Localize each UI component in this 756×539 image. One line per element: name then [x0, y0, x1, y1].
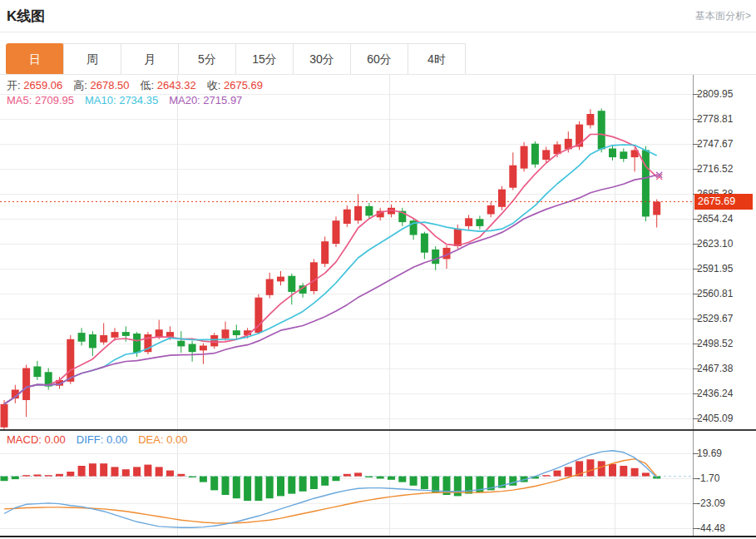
tab-period-3[interactable]: 5分 — [178, 43, 236, 75]
axis-tick-label: 2436.24 — [697, 388, 733, 400]
axis-tick-label: -1.70 — [697, 472, 719, 485]
legend-value: 2715.97 — [203, 94, 242, 106]
legend-value: 0.00 — [106, 433, 127, 446]
axis-tick-label: 2778.81 — [697, 113, 733, 126]
macd-legend: MACD: 0.00DIFF: 0.00DEA: 0.00 — [7, 433, 199, 446]
axis-tick-label: 2623.10 — [697, 238, 733, 250]
legend-value: 2675.69 — [224, 79, 263, 91]
axis-tick-label: 2654.24 — [697, 213, 733, 225]
tab-period-1[interactable]: 周 — [63, 43, 121, 75]
ohlc-readout: 开: 2659.06高: 2678.50低: 2643.32收: 2675.69 — [7, 78, 274, 93]
legend-label: MA10: — [85, 94, 119, 106]
axis-tick-label: -44.48 — [697, 522, 725, 535]
legend-value: 2678.50 — [90, 79, 129, 91]
page-title: K线图 — [7, 7, 45, 26]
axis-tick-label: 19.69 — [697, 448, 722, 460]
axis-tick-label: 2498.52 — [697, 338, 733, 350]
axis-tick-label: 2467.38 — [697, 363, 733, 375]
axis-tick-label: 2529.67 — [697, 313, 733, 325]
axis-tick-label: 2716.52 — [697, 163, 733, 176]
tab-period-0[interactable]: 日 — [6, 43, 64, 75]
legend-label: 收: — [207, 79, 224, 91]
axis-tick-label: -23.09 — [697, 497, 725, 510]
tab-period-2[interactable]: 月 — [121, 43, 179, 75]
legend-label: DEA: — [138, 433, 166, 446]
macd-chart[interactable] — [0, 431, 756, 537]
bottom-border — [0, 536, 756, 537]
legend-value: 2734.35 — [119, 94, 158, 106]
fundamental-analysis-link[interactable]: 基本面分析> — [695, 9, 751, 23]
tab-period-6[interactable]: 60分 — [350, 43, 408, 75]
tab-period-7[interactable]: 4时 — [408, 43, 466, 75]
legend-value: 0.00 — [45, 433, 66, 446]
legend-label: 开: — [7, 79, 23, 91]
header-divider — [0, 32, 756, 32]
axis-tick-label: 2405.09 — [697, 413, 733, 425]
period-tabbar: 日周月5分15分30分60分4时 — [7, 43, 466, 75]
axis-tick-label: 2747.67 — [697, 138, 733, 151]
axis-tick-label: 2809.95 — [697, 88, 733, 101]
tab-period-5[interactable]: 30分 — [293, 43, 351, 75]
legend-label: MACD: — [7, 433, 45, 446]
legend-label: 低: — [140, 79, 156, 91]
main-candlestick-chart[interactable] — [0, 75, 756, 431]
legend-label: MA20: — [169, 94, 203, 106]
legend-value: 2709.95 — [35, 94, 74, 106]
legend-value: 2643.32 — [157, 79, 196, 91]
axis-tick-label: 2560.81 — [697, 288, 733, 300]
panel-separator — [0, 429, 756, 431]
header: K线图 基本面分析> — [0, 0, 756, 32]
legend-value: 0.00 — [166, 433, 187, 446]
legend-value: 2659.06 — [23, 79, 62, 91]
legend-label: MA5: — [7, 94, 35, 106]
legend-label: DIFF: — [77, 433, 106, 446]
legend-label: 高: — [73, 79, 90, 91]
current-price-badge: 2675.69 — [694, 194, 753, 210]
tab-period-4[interactable]: 15分 — [235, 43, 294, 75]
axis-tick-label: 2591.95 — [697, 263, 733, 275]
ma-legend: MA5: 2709.95MA10: 2734.35MA20: 2715.97 — [7, 94, 253, 106]
